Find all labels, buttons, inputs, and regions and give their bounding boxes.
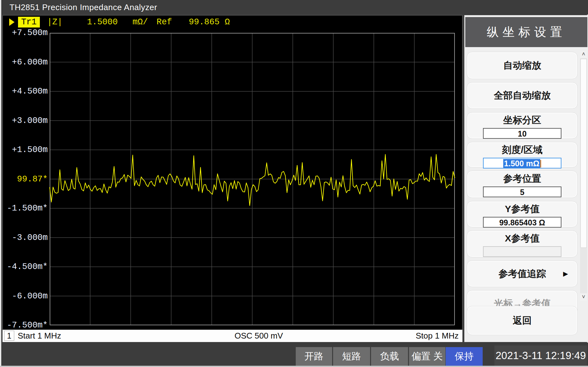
y-axis-tick-label: -3.000m	[3, 233, 48, 242]
y-axis-tick-label: +3.000m	[3, 116, 48, 125]
y-axis-tick-label: -1.500m*	[3, 204, 48, 213]
y-axis-reference-label: 99.87*	[3, 174, 48, 184]
sidebar-item-x-ref-value-field[interactable]: X参考值	[467, 230, 578, 257]
ref-position-field-label: 参考位置	[467, 172, 577, 185]
trace-ref-label: Ref	[157, 17, 172, 27]
y-axis-tick-label: -6.000m	[3, 291, 48, 301]
measurement-panel: Tr1 |Z| 1.5000 mΩ/ Ref 99.865 Ω +7.500m+…	[3, 15, 462, 342]
divisions-field-input[interactable]: 10	[483, 128, 561, 139]
sidebar-item-y-ref-value-field[interactable]: Y参考值99.865403 Ω	[467, 201, 578, 227]
sidebar-item-auto-scale-all-button[interactable]: 全部自动缩放	[467, 82, 578, 109]
sidebar-item-ref-tracking-button[interactable]: 参考值追踪►	[467, 260, 578, 287]
sidebar-title: 纵坐标设置	[465, 17, 587, 47]
sweep-info-strip: 1 Start 1 MHz OSC 500 mV Stop 1 MHz	[3, 330, 462, 342]
sidebar-item-ref-position-field[interactable]: 参考位置5	[467, 171, 578, 198]
osc-level-label: OSC 500 mV	[221, 331, 297, 341]
hold-button[interactable]: 保持	[446, 347, 483, 366]
trace-badge[interactable]: Tr1	[18, 17, 40, 28]
y-axis-tick-label: +6.000m	[3, 58, 48, 67]
scroll-down-icon[interactable]: ˅	[580, 293, 587, 301]
y-axis-tick-label: +1.500m	[3, 145, 48, 155]
y-axis-tick-label: +4.500m	[3, 87, 48, 96]
window-border-left	[0, 0, 1, 367]
ref-position-field-input[interactable]: 5	[483, 187, 561, 197]
window-border-bottom	[0, 366, 588, 367]
sidebar-item-auto-scale-button[interactable]: 自动缩放	[467, 52, 578, 79]
scale-per-div-field-input[interactable]: 1.500 mΩ	[483, 158, 561, 168]
sidebar-item-divisions-field[interactable]: 坐标分区10	[467, 112, 578, 139]
status-bar: 开路短路负载偏置 关 保持 2021-3-11 12:19:49	[1, 343, 588, 366]
load-correction-button[interactable]: 负载	[371, 347, 408, 366]
sidebar-item-back-button[interactable]: 返回	[467, 306, 578, 335]
back-button-label: 返回	[513, 314, 532, 327]
divisions-field-label: 坐标分区	[467, 114, 577, 127]
auto-scale-all-button-label: 全部自动缩放	[494, 89, 551, 102]
submenu-arrow-icon: ►	[561, 269, 570, 279]
y-axis-tick-label: -7.500m*	[3, 321, 48, 330]
trace-parameter: |Z|	[47, 17, 63, 27]
bias-off-button[interactable]: 偏置 关	[409, 347, 445, 366]
trace-info-row: Tr1 |Z| 1.5000 mΩ/ Ref 99.865 Ω	[3, 15, 462, 29]
channel-indicator[interactable]: 1	[4, 331, 14, 341]
sidebar-scrollbar[interactable]: ˄ ˅	[580, 51, 587, 301]
y-ref-value-field-label: Y参考值	[467, 203, 577, 216]
start-frequency-label: Start 1 MHz	[18, 331, 61, 341]
graticule-and-trace	[50, 33, 455, 325]
ref-tracking-button-label: 参考值追踪	[498, 267, 546, 280]
short-correction-button[interactable]: 短路	[333, 347, 370, 366]
stop-frequency-label: Stop 1 MHz	[416, 331, 459, 341]
y-axis-tick-label: -4.500m*	[3, 262, 48, 272]
trace-scale-value: 1.5000	[87, 17, 118, 27]
app-window: TH2851 Precision Impedance Analyzer Tr1 …	[0, 0, 588, 367]
scrollbar-thumb[interactable]	[580, 59, 587, 248]
text-caret	[540, 160, 541, 168]
window-title: TH2851 Precision Impedance Analyzer	[9, 3, 157, 12]
sidebar-item-scale-per-div-field[interactable]: 刻度/区域1.500 mΩ	[467, 142, 578, 168]
auto-scale-button-label: 自动缩放	[503, 59, 541, 72]
scale-per-div-field-label: 刻度/区域	[467, 144, 577, 156]
trace-ref-value: 99.865 Ω	[189, 17, 230, 27]
open-correction-button[interactable]: 开路	[296, 347, 332, 366]
selected-text: 1.500 mΩ	[503, 159, 541, 168]
scroll-up-icon[interactable]: ˄	[580, 51, 587, 58]
y-axis-tick-label: +7.500m	[3, 28, 48, 38]
softkey-sidebar: 纵坐标设置 自动缩放全部自动缩放坐标分区10刻度/区域1.500 mΩ参考位置5…	[464, 15, 588, 342]
active-trace-icon	[9, 18, 15, 26]
x-ref-value-field-input	[483, 246, 561, 257]
y-ref-value-field-input[interactable]: 99.865403 Ω	[483, 217, 561, 228]
title-bar: TH2851 Precision Impedance Analyzer	[1, 0, 588, 15]
datetime-display: 2021-3-11 12:19:49	[494, 346, 587, 366]
x-ref-value-field-label: X参考值	[467, 232, 577, 245]
trace-scale-unit: mΩ/	[133, 17, 148, 27]
